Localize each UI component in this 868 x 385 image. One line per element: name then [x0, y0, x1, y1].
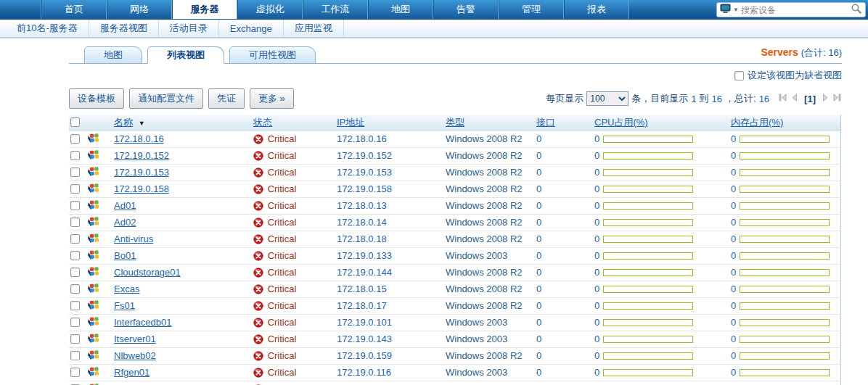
device-search-box[interactable]: ▼: [716, 2, 866, 17]
device-name-link[interactable]: Itserver01: [114, 334, 156, 344]
sort-by-name-link[interactable]: 名称: [114, 117, 133, 128]
table-header-row: 名称 ▼ 状态 IP地址 类型 接口 CPU占用(%) 内存占用(%): [69, 115, 840, 131]
nav-item-servers[interactable]: 服务器: [172, 0, 237, 19]
nav-item-admin[interactable]: 管理: [499, 0, 564, 19]
sort-by-memory-link[interactable]: 内存占用(%): [731, 117, 783, 128]
subnav-item-exchange[interactable]: Exchange: [219, 20, 284, 37]
sort-by-ip-link[interactable]: IP地址: [337, 117, 364, 128]
tab-map-view[interactable]: 地图: [84, 46, 142, 64]
device-name-link[interactable]: Rfgen01: [114, 367, 150, 378]
memory-usage-bar: [740, 252, 830, 260]
tab-availability-view[interactable]: 可用性视图: [229, 46, 316, 64]
row-checkbox[interactable]: [70, 201, 80, 210]
memory-usage-value: 0: [731, 283, 736, 294]
memory-usage-bar: [740, 236, 830, 243]
per-page-select[interactable]: 100: [586, 91, 629, 106]
tab-list-view[interactable]: 列表视图: [147, 46, 224, 64]
status-text: Critical: [268, 217, 297, 228]
notification-profile-button[interactable]: 通知配置文件: [129, 88, 203, 109]
default-view-checkbox[interactable]: [734, 71, 744, 80]
prev-page-icon[interactable]: [790, 93, 799, 104]
device-ip: 172.19.0.101: [335, 314, 444, 331]
windows-icon: [88, 268, 100, 279]
sort-by-cpu-link[interactable]: CPU占用(%): [594, 117, 648, 128]
device-row: 172.19.0.152 Critical 172.19.0.152 Wind: [69, 147, 840, 164]
subnav-item-server-views[interactable]: 服务器视图: [89, 20, 159, 37]
row-checkbox[interactable]: [70, 334, 80, 344]
row-checkbox[interactable]: [70, 134, 80, 144]
select-all-checkbox[interactable]: [70, 117, 80, 127]
last-page-icon[interactable]: [832, 93, 842, 104]
first-page-icon[interactable]: [778, 93, 787, 104]
cpu-usage-bar: [603, 369, 693, 376]
device-type-icon[interactable]: [720, 4, 732, 16]
status-text: Critical: [268, 367, 297, 378]
device-row: 172.19.0.158 Critical 172.19.0.158 Wind: [69, 181, 840, 197]
device-name-link[interactable]: Cloudstorage01: [114, 267, 181, 278]
row-checkbox[interactable]: [70, 184, 80, 194]
sort-by-type-link[interactable]: 类型: [446, 117, 464, 128]
device-name-link[interactable]: Excas: [114, 283, 139, 294]
servers-title: Servers: [761, 46, 798, 58]
nav-item-network[interactable]: 网络: [107, 0, 172, 19]
search-icon[interactable]: [851, 3, 862, 17]
row-checkbox[interactable]: [70, 301, 80, 310]
row-checkbox[interactable]: [70, 368, 80, 377]
default-view-row: 设定该视图为缺省视图: [69, 69, 842, 82]
device-name-link[interactable]: Bo01: [114, 250, 136, 261]
device-name-link[interactable]: 172.19.0.158: [114, 183, 169, 194]
status-text: Critical: [268, 317, 297, 328]
subnav-item-active-directory[interactable]: 活动目录: [159, 20, 219, 37]
status-text: Critical: [268, 334, 297, 344]
status-text: Critical: [268, 283, 297, 294]
row-checkbox[interactable]: [70, 218, 80, 227]
device-name-link[interactable]: 172.19.0.153: [114, 167, 169, 178]
device-name-link[interactable]: 172.18.0.16: [114, 133, 164, 144]
device-interface-count: 0: [535, 214, 593, 231]
row-checkbox[interactable]: [70, 234, 80, 244]
credentials-button[interactable]: 凭证: [208, 88, 245, 109]
device-template-button[interactable]: 设备模板: [69, 88, 124, 109]
next-page-icon[interactable]: [821, 93, 830, 104]
row-checkbox[interactable]: [70, 351, 80, 360]
nav-item-maps[interactable]: 地图: [368, 0, 433, 19]
sort-by-status-link[interactable]: 状态: [253, 117, 272, 128]
sort-by-interface-link[interactable]: 接口: [536, 117, 555, 128]
row-checkbox[interactable]: [70, 167, 80, 177]
device-name-link[interactable]: Anti-virus: [114, 233, 153, 244]
device-name-link[interactable]: Ad01: [114, 200, 136, 211]
row-checkbox[interactable]: [70, 318, 80, 327]
nav-item-home[interactable]: 首页: [41, 0, 107, 19]
nav-item-alarms[interactable]: 告警: [433, 0, 499, 19]
memory-usage-value: 0: [731, 167, 736, 178]
nav-item-reports[interactable]: 报表: [564, 0, 629, 19]
cpu-usage-bar: [603, 186, 693, 193]
more-button[interactable]: 更多 »: [250, 88, 294, 109]
device-name-link[interactable]: 172.19.0.152: [114, 150, 169, 161]
status-text: Critical: [268, 150, 297, 161]
row-checkbox[interactable]: [70, 251, 80, 260]
row-checkbox[interactable]: [70, 151, 80, 160]
device-interface-count: 0: [535, 331, 593, 347]
name-column-header: 名称 ▼: [112, 115, 252, 131]
cpu-usage-value: 0: [594, 183, 599, 194]
search-input[interactable]: [741, 5, 851, 15]
row-checkbox[interactable]: [70, 284, 80, 294]
device-row: 172.19.0.153 Critical 172.19.0.153 Wind: [69, 164, 840, 181]
memory-usage-value: 0: [731, 317, 736, 328]
subnav-item-top10-servers[interactable]: 前10名-服务器: [6, 20, 89, 37]
search-scope-caret-icon[interactable]: ▼: [733, 7, 739, 13]
device-ip: 172.18.0.15: [335, 281, 444, 297]
status-text: Critical: [268, 133, 297, 144]
row-checkbox[interactable]: [70, 268, 80, 277]
device-name-link[interactable]: Interfacedb01: [114, 317, 172, 328]
nav-item-workflow[interactable]: 工作流: [303, 0, 368, 19]
subnav-item-app-monitor[interactable]: 应用监视: [284, 20, 344, 37]
device-interface-count: 0: [535, 197, 593, 214]
device-name-link[interactable]: Ad02: [114, 217, 136, 228]
nav-item-virtualization[interactable]: 虚拟化: [237, 0, 303, 19]
servers-summary: Servers (合计: 16): [761, 46, 842, 63]
cpu-usage-value: 0: [594, 133, 599, 144]
device-name-link[interactable]: Nlbweb02: [114, 350, 156, 361]
device-name-link[interactable]: Fs01: [114, 300, 135, 311]
